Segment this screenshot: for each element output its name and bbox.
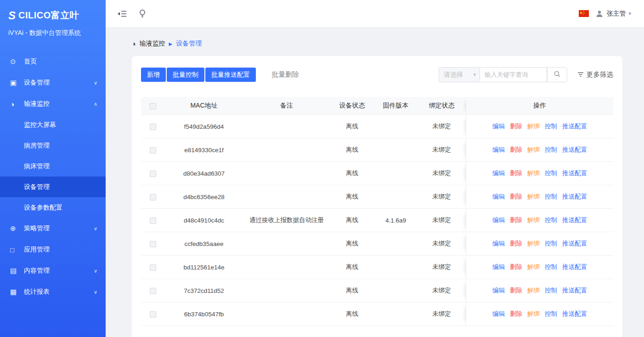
action-push-config[interactable]: 推送配置 (562, 263, 587, 271)
row-checkbox-cell (141, 279, 165, 303)
row-checkbox[interactable] (150, 264, 156, 271)
logo-icon: S (8, 10, 16, 21)
row-checkbox[interactable] (150, 217, 156, 224)
cell-remark (243, 138, 330, 162)
add-button[interactable]: 新增 (141, 68, 166, 82)
action-unbind[interactable]: 解绑 (527, 122, 540, 131)
cell-firmware-version (374, 185, 418, 209)
china-flag-icon[interactable] (579, 10, 589, 17)
theme-bulb-icon[interactable] (139, 9, 146, 18)
chevron-down-icon: ∨ (94, 80, 97, 86)
breadcrumb-current[interactable]: 设备管理 (176, 40, 202, 48)
sidebar-item-infusion-monitoring[interactable]: ◑ 输液监控 ∧ (0, 93, 106, 114)
keyword-search-input[interactable] (480, 67, 547, 82)
sidebar-subitem-device-management[interactable]: 设备管理 (0, 177, 106, 197)
row-checkbox[interactable] (150, 194, 156, 200)
action-delete[interactable]: 删除 (510, 263, 522, 271)
action-unbind[interactable]: 解绑 (527, 263, 540, 271)
action-unbind[interactable]: 解绑 (527, 169, 540, 177)
table-row: d4bc6356ee28 离线 未绑定 编辑删除解绑控制推送配置 (141, 185, 613, 209)
action-push-config[interactable]: 推送配置 (562, 122, 587, 131)
search-button[interactable] (547, 67, 567, 82)
action-control[interactable]: 控制 (545, 240, 557, 248)
more-filters-button[interactable]: 更多筛选 (577, 70, 613, 79)
batch-delete-button[interactable]: 批量删除 (271, 70, 299, 79)
row-checkbox[interactable] (150, 147, 156, 154)
action-push-config[interactable]: 推送配置 (562, 193, 587, 201)
action-edit[interactable]: 编辑 (492, 240, 505, 248)
action-control[interactable]: 控制 (545, 286, 557, 295)
action-unbind[interactable]: 解绑 (527, 193, 540, 201)
batch-control-button[interactable]: 批量控制 (167, 68, 204, 82)
sidebar-item-statistics-report[interactable]: ▦ 统计报表 ∨ (0, 281, 106, 303)
row-checkbox[interactable] (150, 124, 156, 130)
action-edit[interactable]: 编辑 (492, 169, 505, 177)
action-unbind[interactable]: 解绑 (527, 216, 540, 224)
app-icon: □ (10, 246, 20, 254)
sidebar-item-app-management[interactable]: □ 应用管理 (0, 239, 106, 260)
action-push-config[interactable]: 推送配置 (562, 169, 587, 177)
sidebar-subitem-ward-management[interactable]: 病房管理 (0, 135, 106, 156)
row-actions: 编辑删除解绑控制推送配置 (470, 122, 610, 131)
action-edit[interactable]: 编辑 (492, 286, 505, 295)
action-delete[interactable]: 删除 (510, 122, 522, 131)
sidebar-item-content-management[interactable]: ▤ 内容管理 ∨ (0, 260, 106, 281)
collapse-sidebar-icon[interactable] (118, 10, 127, 17)
cell-actions: 编辑删除解绑控制推送配置 (466, 256, 613, 279)
sidebar-item-device-management[interactable]: ▣ 设备管理 ∨ (0, 72, 106, 93)
row-actions: 编辑删除解绑控制推送配置 (470, 310, 610, 318)
cell-mac-address: 7c372cd11d52 (165, 279, 243, 303)
sidebar-subitem-device-param-config[interactable]: 设备参数配置 (0, 197, 106, 218)
action-push-config[interactable]: 推送配置 (562, 310, 587, 318)
action-delete[interactable]: 删除 (510, 310, 522, 318)
select-all-checkbox[interactable] (150, 103, 156, 109)
cell-device-status: 离线 (330, 279, 374, 303)
action-edit[interactable]: 编辑 (492, 216, 505, 224)
action-edit[interactable]: 编辑 (492, 310, 505, 318)
sidebar-item-home[interactable]: ⊙ 首页 (0, 51, 106, 72)
cell-mac-address: bd112561e14e (165, 256, 243, 279)
sidebar-item-strategy-management[interactable]: ⊕ 策略管理 ∨ (0, 218, 106, 239)
table-row: d80e34ad6307 离线 未绑定 编辑删除解绑控制推送配置 (141, 162, 613, 185)
action-delete[interactable]: 删除 (510, 146, 522, 154)
action-delete[interactable]: 删除 (510, 240, 522, 248)
action-delete[interactable]: 删除 (510, 169, 522, 177)
cell-binding-status: 未绑定 (418, 115, 466, 138)
action-edit[interactable]: 编辑 (492, 122, 505, 131)
action-control[interactable]: 控制 (545, 263, 557, 271)
action-control[interactable]: 控制 (545, 146, 557, 154)
action-unbind[interactable]: 解绑 (527, 286, 540, 295)
row-checkbox[interactable] (150, 311, 156, 318)
action-push-config[interactable]: 推送配置 (562, 146, 587, 154)
sidebar-subitem-bed-management[interactable]: 病床管理 (0, 156, 106, 177)
row-checkbox[interactable] (150, 241, 156, 247)
infusion-submenu: 监控大屏幕 病房管理 病床管理 设备管理 设备参数配置 (0, 114, 106, 218)
action-push-config[interactable]: 推送配置 (562, 286, 587, 295)
sidebar-subitem-label: 设备参数配置 (24, 204, 62, 212)
cell-remark (243, 303, 330, 326)
action-control[interactable]: 控制 (545, 310, 557, 318)
action-edit[interactable]: 编辑 (492, 193, 505, 201)
cell-mac-address: f549d2a596d4 (165, 115, 243, 138)
action-push-config[interactable]: 推送配置 (562, 216, 587, 224)
action-delete[interactable]: 删除 (510, 193, 522, 201)
action-edit[interactable]: 编辑 (492, 146, 505, 154)
action-delete[interactable]: 删除 (510, 216, 522, 224)
action-unbind[interactable]: 解绑 (527, 310, 540, 318)
cell-binding-status: 未绑定 (418, 232, 466, 256)
row-checkbox[interactable] (150, 288, 156, 294)
action-delete[interactable]: 删除 (510, 286, 522, 295)
action-unbind[interactable]: 解绑 (527, 240, 540, 248)
row-checkbox[interactable] (150, 171, 156, 177)
sidebar-subitem-monitor-screen[interactable]: 监控大屏幕 (0, 114, 106, 135)
user-menu[interactable]: 张主管 ▾ (595, 10, 631, 18)
action-control[interactable]: 控制 (545, 216, 557, 224)
action-unbind[interactable]: 解绑 (527, 146, 540, 154)
action-control[interactable]: 控制 (545, 169, 557, 177)
action-push-config[interactable]: 推送配置 (562, 240, 587, 248)
action-control[interactable]: 控制 (545, 122, 557, 131)
batch-push-config-button[interactable]: 批量推送配置 (205, 68, 256, 82)
action-edit[interactable]: 编辑 (492, 263, 505, 271)
action-control[interactable]: 控制 (545, 193, 557, 201)
filter-field-select[interactable]: 请选择 ▾ (439, 67, 480, 82)
